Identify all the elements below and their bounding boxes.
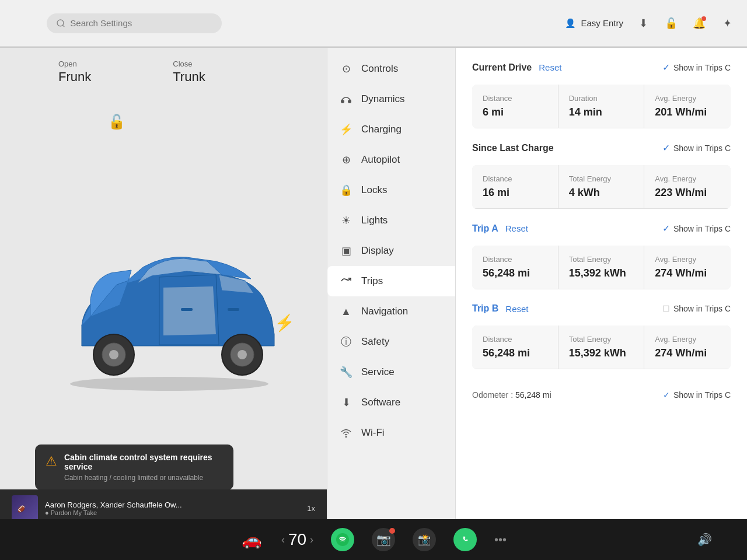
music-subtitle: ● Pardon My Take <box>45 509 300 516</box>
frunk-button[interactable]: Open Frunk <box>58 60 91 85</box>
trip-b-stats: Distance 56,248 mi Total Energy 15,392 k… <box>472 326 731 369</box>
phone-button[interactable] <box>453 528 477 551</box>
trip-a-header: Trip A Reset ✓ Show in Trips C <box>472 223 731 234</box>
software-icon: ⬇ <box>339 396 353 410</box>
svg-point-17 <box>336 533 349 546</box>
sidebar-item-charging[interactable]: ⚡ Charging <box>327 114 455 145</box>
car-visual: ⚡ <box>47 241 292 393</box>
alert-box: ⚠ Cabin climate control system requires … <box>35 444 233 490</box>
sidebar-item-wifi[interactable]: Wi-Fi <box>327 418 455 448</box>
volume-icon[interactable]: 🔊 <box>697 533 712 547</box>
trip-b-total-energy: Total Energy 15,392 kWh <box>558 326 645 369</box>
checkmark-icon-2: ✓ <box>662 142 670 153</box>
trip-b-show-trips: ☐ Show in Trips C <box>662 304 731 313</box>
person-icon: 👤 <box>565 18 576 29</box>
easy-entry-label: Easy Entry <box>581 18 623 28</box>
trip-a-reset-button[interactable]: Reset <box>505 223 528 233</box>
trip-b-title: Trip B <box>472 303 498 314</box>
album-art: 🏈 <box>12 495 38 522</box>
navigation-label: Navigation <box>361 306 408 317</box>
svg-rect-11 <box>181 308 193 311</box>
trip-b-avg-energy: Avg. Energy 274 Wh/mi <box>644 326 731 369</box>
music-title: Aaron Rodgers, Xander Schauffele Ow... <box>45 501 300 509</box>
camera-icon: 📷 <box>376 533 391 547</box>
right-section: ⊙ Controls Dynamics ⚡ Charging <box>327 48 747 560</box>
car-home-icon[interactable]: 🚗 <box>240 528 264 551</box>
sidebar-item-service[interactable]: 🔧 Service <box>327 357 455 387</box>
trunk-button[interactable]: Close Trunk <box>173 60 205 85</box>
speed-value: 70 <box>288 530 306 549</box>
current-drive-distance: Distance 6 mi <box>472 85 558 128</box>
podcast-icon: ● <box>45 509 49 516</box>
checkmark-icon: ✓ <box>662 62 670 73</box>
trunk-label: Trunk <box>173 69 205 85</box>
lock-status-icon[interactable]: 🔓 <box>663 15 679 32</box>
odometer-label: Odometer : <box>472 390 513 400</box>
trip-b-section: Trip B Reset ☐ Show in Trips C Distance … <box>472 303 731 369</box>
trip-a-distance: Distance 56,248 mi <box>472 246 558 289</box>
notification-icon[interactable]: 🔔 <box>691 15 707 32</box>
sidebar-item-autopilot[interactable]: ⊕ Autopilot <box>327 145 455 175</box>
more-options-button[interactable]: ••• <box>494 533 507 547</box>
sidebar-item-display[interactable]: ▣ Display <box>327 236 455 266</box>
since-last-charge-show-trips: ✓ Show in Trips C <box>662 142 731 153</box>
trip-a-stats: Distance 56,248 mi Total Energy 15,392 k… <box>472 246 731 289</box>
trip-a-title: Trip A <box>472 223 498 234</box>
spotify-icon[interactable] <box>331 528 354 551</box>
download-icon[interactable]: ⬇ <box>635 15 651 32</box>
current-drive-reset-button[interactable]: Reset <box>539 62 561 72</box>
alert-warning-icon: ⚠ <box>46 454 57 469</box>
svg-point-0 <box>57 19 64 26</box>
safety-icon: ⓘ <box>339 335 353 349</box>
search-input[interactable] <box>70 18 212 28</box>
left-panel: Open Frunk Close Trunk 🔓 <box>0 48 327 560</box>
dynamics-label: Dynamics <box>361 93 405 105</box>
speed-up-button[interactable]: › <box>310 534 313 546</box>
easy-entry-button[interactable]: 👤 Easy Entry <box>565 18 623 29</box>
since-last-charge-total-energy: Total Energy 4 kWh <box>558 165 645 209</box>
search-container[interactable] <box>47 13 222 33</box>
car-svg: ⚡ <box>47 241 280 404</box>
podcast-name: Pardon My Take <box>51 509 97 516</box>
current-drive-section: Current Drive Reset ✓ Show in Trips C Di… <box>472 62 731 128</box>
sidebar-item-trips[interactable]: Trips <box>327 266 455 296</box>
sidebar-item-navigation[interactable]: ▲ Navigation <box>327 296 455 327</box>
current-drive-avg-energy: Avg. Energy 201 Wh/mi <box>644 85 731 128</box>
since-last-charge-header: Since Last Charge ✓ Show in Trips C <box>472 142 731 153</box>
speed-down-button[interactable]: ‹ <box>281 534 285 546</box>
bluetooth-icon[interactable]: ✦ <box>719 15 735 32</box>
sidebar-item-safety[interactable]: ⓘ Safety <box>327 327 455 357</box>
speed-display: 70 <box>288 530 306 549</box>
service-label: Service <box>361 366 395 378</box>
screenshot-button[interactable]: 📸 <box>413 528 436 551</box>
trip-b-header: Trip B Reset ☐ Show in Trips C <box>472 303 731 314</box>
trip-b-reset-button[interactable]: Reset <box>505 304 528 314</box>
svg-rect-12 <box>228 308 239 311</box>
sidebar-item-lights[interactable]: ☀ Lights <box>327 205 455 236</box>
camera-notification-dot <box>389 528 395 534</box>
service-icon: 🔧 <box>339 365 353 379</box>
since-last-charge-avg-energy: Avg. Energy 223 Wh/mi <box>644 165 731 209</box>
sidebar-item-software[interactable]: ⬇ Software <box>327 387 455 418</box>
svg-text:🏈: 🏈 <box>17 505 25 513</box>
autopilot-label: Autopilot <box>361 154 400 166</box>
sidebar-item-controls[interactable]: ⊙ Controls <box>327 54 455 84</box>
display-label: Display <box>361 245 394 257</box>
dynamics-icon <box>339 92 353 106</box>
alert-title: Cabin climate control system requires se… <box>64 453 223 471</box>
current-drive-duration: Duration 14 min <box>558 85 645 128</box>
current-drive-header: Current Drive Reset ✓ Show in Trips C <box>472 62 731 73</box>
locks-label: Locks <box>361 184 387 196</box>
playback-speed[interactable]: 1x <box>307 504 315 513</box>
sidebar-item-dynamics[interactable]: Dynamics <box>327 84 455 114</box>
frunk-open-label: Open <box>58 60 77 68</box>
frunk-trunk-buttons: Open Frunk Close Trunk <box>12 60 315 85</box>
trip-a-show-trips: ✓ Show in Trips C <box>662 223 731 234</box>
camera-button[interactable]: 📷 <box>372 528 395 551</box>
since-last-charge-section: Since Last Charge ✓ Show in Trips C Dist… <box>472 142 731 209</box>
display-icon: ▣ <box>339 244 353 258</box>
bottom-bar: 🚗 ‹ 70 › 📷 📸 • <box>0 519 747 560</box>
since-last-charge-stats: Distance 16 mi Total Energy 4 kWh Avg. E… <box>472 165 731 209</box>
sidebar-item-locks[interactable]: 🔒 Locks <box>327 175 455 205</box>
lights-label: Lights <box>361 215 388 226</box>
